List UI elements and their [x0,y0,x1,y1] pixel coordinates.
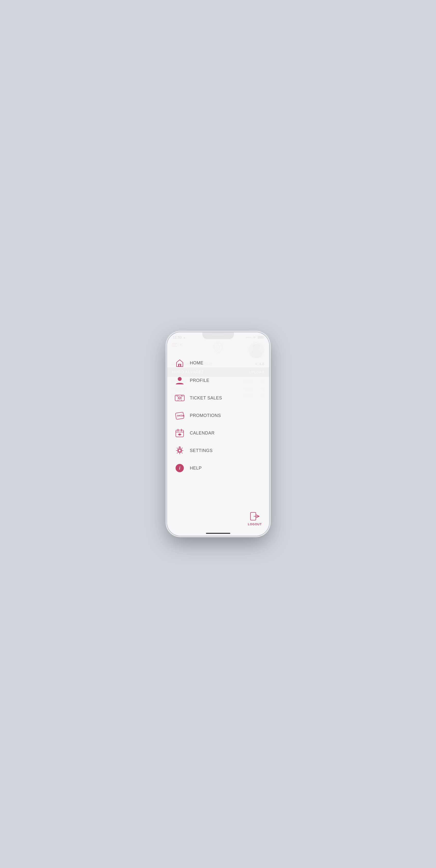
settings-icon [174,445,185,456]
ticket-icon [174,393,185,403]
sidebar-item-settings[interactable]: SETTINGS [167,442,269,459]
calendar-icon [174,428,185,438]
home-indicator [206,533,230,534]
promotions-icon: PROMO [174,410,185,421]
logout-section: LOGOUT [167,506,269,536]
svg-point-15 [179,434,180,435]
logout-icon [249,511,260,522]
phone-frame: 11:53 ▲ [167,332,269,536]
sidebar-item-label-promotions: PROMOTIONS [190,413,221,418]
menu-overlay: HOME PROFILE [167,332,269,536]
sidebar-item-label-settings: SETTINGS [190,448,213,453]
menu-items-list: HOME PROFILE [167,352,269,506]
sidebar-item-home[interactable]: HOME [167,354,269,372]
sidebar-item-ticket-sales[interactable]: TICKET SALES [167,389,269,407]
sidebar-item-label-ticket-sales: TICKET SALES [190,396,222,401]
svg-rect-11 [176,430,183,437]
profile-icon [174,375,185,386]
sidebar-item-promotions[interactable]: PROMO PROMOTIONS [167,407,269,424]
svg-text:i: i [179,466,180,470]
sidebar-item-help[interactable]: i HELP [167,459,269,477]
home-icon [174,358,185,368]
sidebar-item-calendar[interactable]: CALENDAR [167,424,269,442]
svg-point-18 [178,450,181,452]
phone-screen: 11:53 ▲ [167,332,269,536]
sidebar-item-label-profile: PROFILE [190,378,210,383]
sidebar-item-label-home: HOME [190,361,204,366]
logout-label: LOGOUT [248,523,262,526]
sidebar-item-profile[interactable]: PROFILE [167,372,269,389]
sidebar-item-label-calendar: CALENDAR [190,431,215,436]
help-icon: i [174,463,185,473]
logout-button[interactable]: LOGOUT [248,511,262,526]
svg-point-3 [178,377,182,381]
svg-rect-2 [179,364,180,367]
sidebar-item-label-help: HELP [190,466,202,471]
